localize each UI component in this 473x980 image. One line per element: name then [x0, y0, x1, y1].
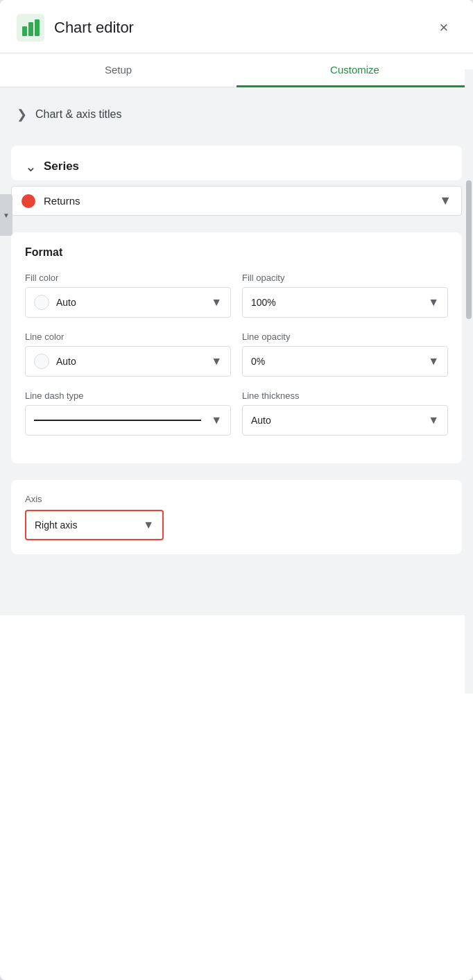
fill-row: Fill color Auto ▼ Fill opacity 100% ▼ — [25, 273, 448, 318]
line-color-arrow-icon: ▼ — [211, 355, 222, 368]
chart-axis-titles-section[interactable]: ❯ Chart & axis titles — [0, 94, 473, 135]
scrollbar-thumb[interactable] — [466, 180, 472, 319]
svg-rect-2 — [28, 22, 33, 36]
line-dash-type-select[interactable]: ▼ — [25, 405, 231, 436]
fill-color-value: Auto — [56, 297, 208, 308]
line-opacity-value: 0% — [251, 356, 425, 367]
format-title: Format — [25, 246, 448, 259]
line-color-row: Line color Auto ▼ Line opacity 0% ▼ — [25, 332, 448, 377]
dash-line-preview — [34, 420, 201, 421]
fill-opacity-label: Fill opacity — [242, 273, 448, 283]
axis-label: Axis — [25, 494, 448, 504]
tabs-bar: Setup Customize — [0, 53, 473, 87]
series-name: Returns — [44, 195, 439, 207]
tab-customize[interactable]: Customize — [237, 54, 473, 87]
series-color-dot — [22, 194, 35, 208]
series-section-label: Series — [44, 160, 79, 173]
fill-opacity-group: Fill opacity 100% ▼ — [242, 273, 448, 318]
line-opacity-group: Line opacity 0% ▼ — [242, 332, 448, 377]
line-color-value: Auto — [56, 356, 208, 367]
line-color-group: Line color Auto ▼ — [25, 332, 231, 377]
axis-select[interactable]: Right axis ▼ — [25, 510, 164, 540]
panel-title: Chart editor — [54, 19, 431, 37]
fill-opacity-select[interactable]: 100% ▼ — [242, 287, 448, 318]
chevron-right-icon: ❯ — [17, 107, 27, 122]
line-dash-row: Line dash type ▼ Line thickness Auto ▼ — [25, 390, 448, 436]
line-opacity-label: Line opacity — [242, 332, 448, 342]
line-opacity-arrow-icon: ▼ — [428, 355, 439, 368]
svg-rect-3 — [35, 19, 40, 36]
line-thickness-arrow-icon: ▼ — [428, 414, 439, 427]
series-dropdown-arrow-icon: ▼ — [439, 194, 452, 208]
left-scroll-indicator: ▼ — [0, 194, 12, 236]
line-color-label: Line color — [25, 332, 231, 342]
line-dash-type-group: Line dash type ▼ — [25, 390, 231, 436]
series-section-header[interactable]: ⌄ Series — [25, 158, 448, 175]
fill-color-label: Fill color — [25, 273, 231, 283]
line-dash-type-label: Line dash type — [25, 390, 231, 401]
format-section: Format Fill color Auto ▼ Fill opacity 10… — [11, 232, 462, 463]
series-card: ⌄ Series — [11, 146, 462, 180]
close-button[interactable]: × — [431, 15, 456, 40]
chart-bar-icon — [17, 14, 44, 42]
fill-color-select[interactable]: Auto ▼ — [25, 287, 231, 318]
line-color-swatch — [34, 354, 49, 369]
chart-editor-panel: Chart editor × Setup Customize ❯ Chart &… — [0, 0, 473, 980]
header: Chart editor × — [0, 0, 473, 53]
line-opacity-select[interactable]: 0% ▼ — [242, 346, 448, 377]
left-scroll-icon: ▼ — [3, 212, 10, 219]
axis-section: Axis Right axis ▼ — [11, 480, 462, 554]
axis-arrow-icon: ▼ — [143, 519, 154, 531]
content-area: ❯ Chart & axis titles ⌄ Series Returns ▼… — [0, 87, 473, 615]
fill-color-arrow-icon: ▼ — [211, 296, 222, 309]
line-dash-arrow-icon: ▼ — [211, 414, 222, 427]
axis-value: Right axis — [35, 519, 140, 531]
chevron-down-icon: ⌄ — [25, 158, 37, 175]
series-selector[interactable]: Returns ▼ — [11, 186, 462, 216]
fill-color-group: Fill color Auto ▼ — [25, 273, 231, 318]
line-thickness-group: Line thickness Auto ▼ — [242, 390, 448, 436]
chart-axis-titles-label: Chart & axis titles — [35, 108, 121, 121]
line-color-select[interactable]: Auto ▼ — [25, 346, 231, 377]
fill-color-swatch — [34, 295, 49, 310]
scrollbar-track[interactable] — [465, 69, 473, 694]
fill-opacity-value: 100% — [251, 297, 425, 308]
line-thickness-value: Auto — [251, 415, 425, 426]
line-thickness-select[interactable]: Auto ▼ — [242, 405, 448, 436]
svg-rect-1 — [22, 26, 27, 36]
line-thickness-label: Line thickness — [242, 390, 448, 401]
fill-opacity-arrow-icon: ▼ — [428, 296, 439, 309]
tab-setup[interactable]: Setup — [0, 54, 237, 87]
